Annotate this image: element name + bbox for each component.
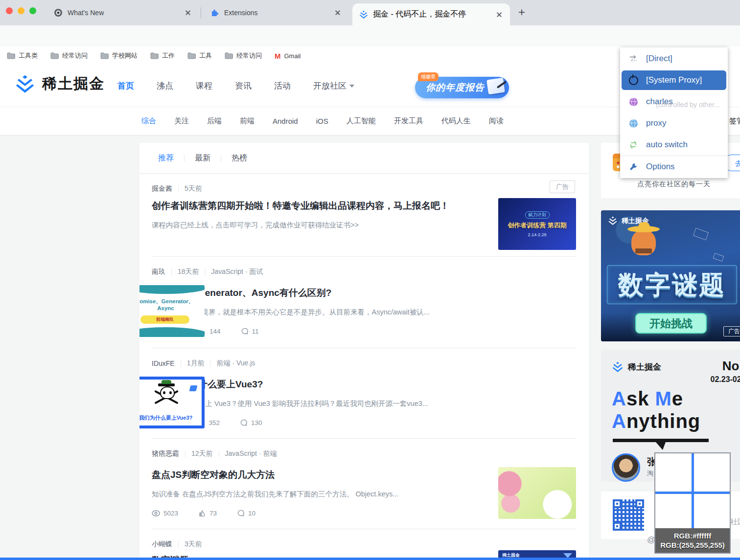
menu-item-auto-switch[interactable]: auto switch — [620, 134, 728, 156]
qr-code — [611, 497, 646, 533]
category-reading[interactable]: 阅读 — [489, 116, 504, 126]
article-author[interactable]: 掘金酱 — [152, 184, 172, 193]
feed-tab-latest[interactable]: 最新 — [195, 153, 210, 163]
feed-tab-hot[interactable]: 热榜 — [231, 153, 247, 163]
speaker-avatar[interactable] — [612, 453, 640, 482]
new-tab-button[interactable]: + — [515, 6, 529, 20]
menu-item-proxy[interactable]: proxy — [620, 112, 728, 134]
ama-title-line2: Anything — [612, 410, 700, 432]
article-title[interactable]: 创作者训练营第四期开始啦！特邀专业编辑出品课程内容，马上报名吧！ — [152, 200, 489, 212]
tag-manage-partial[interactable]: 签管 — [729, 116, 740, 126]
comments-stat[interactable]: 130 — [240, 419, 262, 426]
article-meta: IDuxFE 1月前 前端 · Vue.js — [152, 359, 255, 368]
tab-separator — [201, 7, 201, 18]
category-frontend[interactable]: 前端 — [240, 116, 254, 126]
speech-bubble-underline — [613, 439, 709, 442]
menu-item-direct[interactable]: [Direct] — [620, 48, 728, 69]
eye-icon — [152, 510, 160, 516]
tab-juejin-active[interactable]: 掘金 - 代码不止，掘金不停 — [352, 3, 510, 25]
category-career[interactable]: 代码人生 — [441, 116, 471, 126]
article-thumbnail[interactable]: 赋力计划 创作者训练营 第四期 2.14-2.28 — [498, 198, 576, 250]
menu-item-options[interactable]: Options — [620, 156, 728, 178]
bookmark-folder[interactable]: 学校网站 — [100, 51, 138, 60]
article-thumbnail[interactable] — [498, 467, 576, 519]
annual-report-text: 你的年度报告 — [426, 81, 485, 94]
article-author[interactable]: 南玖 — [152, 268, 165, 276]
bookmark-folder[interactable]: 经常访问 — [225, 51, 262, 60]
start-challenge-button[interactable]: 开始挑战 — [635, 313, 707, 334]
comments-stat[interactable]: 11 — [241, 328, 259, 335]
tab-close-icon[interactable] — [334, 9, 342, 17]
category-backend[interactable]: 后端 — [207, 116, 222, 126]
nav-courses[interactable]: 课程 — [196, 80, 212, 91]
category-ios[interactable]: iOS — [316, 117, 328, 125]
tab-close-icon[interactable] — [184, 9, 192, 17]
color-rgb-value: RGB:(255,255,255) — [660, 541, 725, 549]
likes-stat[interactable]: 73 — [199, 510, 217, 517]
skull-icon — [160, 386, 175, 399]
article-tags[interactable]: JavaScript · 面试 — [211, 268, 263, 276]
comment-icon — [240, 419, 248, 426]
category-following[interactable]: 关注 — [174, 116, 189, 126]
site-logo[interactable]: 稀土掘金 — [15, 74, 105, 94]
zoom-window-button[interactable] — [29, 7, 36, 14]
thumb-text: 创作者训练营 第四期 — [508, 221, 567, 230]
bookmark-folder[interactable]: 经常访问 — [50, 51, 88, 60]
tab-extensions[interactable]: Extensions — [204, 0, 348, 25]
bookmark-label: 工作 — [162, 51, 175, 60]
color-readout-panel: RGB:#ffffff RGB:(255,255,255) — [655, 528, 730, 553]
comment-icon — [237, 510, 245, 517]
article-feed: 推荐 最新 热榜 掘金酱 5天前 广告 创作者训练营第四期开始啦！特邀专业编辑出… — [139, 143, 589, 560]
nav-news[interactable]: 资讯 — [235, 80, 252, 91]
crosshair-horizontal — [655, 492, 730, 494]
tab-title: 掘金 - 代码不止，掘金不停 — [373, 9, 466, 20]
nav-open-community[interactable]: 开放社区 — [313, 80, 354, 91]
article-author[interactable]: 小蝴蝶 — [152, 540, 172, 549]
bookmark-gmail[interactable]: M Gmail — [275, 52, 301, 60]
folder-icon — [7, 52, 15, 59]
feed-tab-recommended[interactable]: 推荐 — [158, 153, 174, 163]
ama-brand: 稀土掘金 — [612, 361, 661, 373]
minimize-window-button[interactable] — [18, 7, 24, 14]
puzzle-ad-banner[interactable]: 稀土掘金 数字谜题 开始挑战 广告 — [601, 210, 740, 341]
proxy-extension-menu: [Direct] [System Proxy] charles proxy au… — [620, 47, 728, 178]
divider — [184, 155, 185, 162]
article-row[interactable]: 掘金酱 5天前 广告 创作者训练营第四期开始啦！特邀专业编辑出品课程内容，马上报… — [139, 174, 589, 257]
article-author[interactable]: IDuxFE — [152, 359, 175, 367]
article-title[interactable]: 盘点JS判断空对象的几大方法 — [152, 469, 489, 481]
annual-report-banner[interactable]: 领徽章 你的年度报告 — [415, 77, 509, 98]
site-logo-text: 稀土掘金 — [42, 74, 105, 94]
comments-stat[interactable]: 10 — [237, 510, 255, 517]
nav-home[interactable]: 首页 — [117, 80, 134, 91]
article-row[interactable]: 猪痞恶霸 12天前 JavaScript · 前端 盘点JS判断空对象的几大方法… — [139, 439, 589, 529]
category-all[interactable]: 综合 — [141, 116, 156, 126]
category-devtools[interactable]: 开发工具 — [394, 116, 423, 126]
gmail-icon: M — [275, 52, 281, 60]
article-time: 12天前 — [191, 449, 213, 458]
direct-arrows-icon — [628, 54, 638, 64]
tab-whats-new[interactable]: What's New — [47, 0, 199, 25]
article-tags[interactable]: 前端 · Vue.js — [216, 359, 255, 368]
bookmark-folder[interactable]: 工具 — [187, 51, 212, 60]
article-thumbnail[interactable]: romise、Generator、Async 前端南玖 — [139, 285, 205, 337]
article-tags[interactable]: JavaScript · 前端 — [225, 449, 277, 458]
bookmark-folder[interactable]: 工具类 — [7, 51, 38, 60]
article-row[interactable]: 小蝴蝶 3天前 数字谜题 稀土掘金 — [139, 529, 589, 560]
nav-pins[interactable]: 沸点 — [157, 80, 173, 91]
menu-item-system-proxy-selected[interactable]: [System Proxy] — [622, 70, 726, 90]
tab-close-icon[interactable] — [495, 11, 503, 19]
category-android[interactable]: Android — [273, 117, 298, 125]
color-picker-magnifier: RGB:#ffffff RGB:(255,255,255) — [654, 452, 731, 554]
article-thumbnail[interactable]: 我们为什么要上Vue3? — [139, 377, 205, 428]
article-author[interactable]: 猪痞恶霸 — [152, 449, 179, 458]
checkin-text: 点亮你在社区的每一天 — [637, 180, 711, 189]
juejin-icon — [359, 10, 368, 19]
bookmark-folder[interactable]: 工作 — [150, 51, 175, 60]
folder-icon — [187, 52, 196, 59]
nav-events[interactable]: 活动 — [274, 80, 291, 91]
article-row[interactable]: IDuxFE 1月前 前端 · Vue.js 浅析我们为什么要上Vue3? ✨ … — [139, 348, 589, 439]
article-row[interactable]: 南玖 18天前 JavaScript · 面试 Promise、Generato… — [139, 257, 589, 348]
category-ai[interactable]: 人工智能 — [347, 116, 376, 126]
close-window-button[interactable] — [6, 7, 13, 14]
folder-icon — [50, 52, 59, 59]
